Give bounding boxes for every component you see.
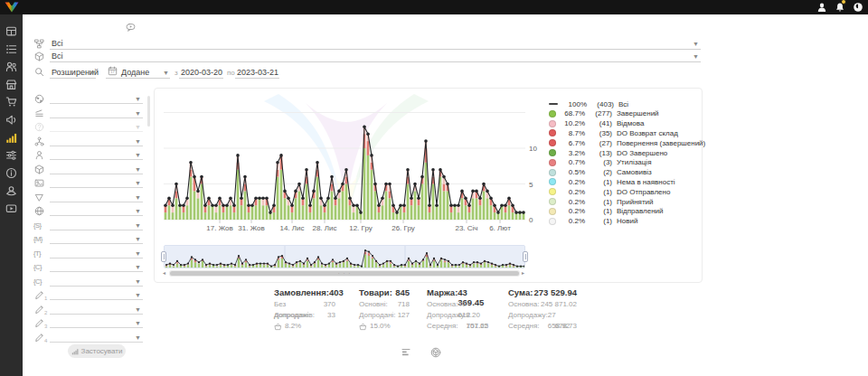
chevron-down-icon[interactable]: ▼ bbox=[90, 70, 96, 77]
legend-item[interactable]: 0.2%(1)DO Отправлено bbox=[549, 187, 670, 196]
filter-layers-select[interactable] bbox=[33, 107, 146, 119]
search-icon[interactable] bbox=[34, 67, 44, 77]
filter-planet-select[interactable] bbox=[33, 92, 146, 105]
filter-image-select[interactable] bbox=[33, 176, 146, 189]
legend-item[interactable]: 10.2%(41)Відмова bbox=[549, 119, 644, 128]
chevron-down-icon[interactable]: ▼ bbox=[163, 70, 169, 77]
sidebar-item-store[interactable] bbox=[5, 79, 17, 90]
filter-globe-select[interactable] bbox=[33, 204, 146, 217]
stat-sub-value: 107.62 bbox=[467, 321, 488, 332]
filter-help-select[interactable] bbox=[33, 120, 146, 133]
scrollbar-thumb[interactable]: · · · bbox=[170, 271, 519, 276]
sidebar-item-orders[interactable] bbox=[5, 43, 17, 55]
chat-bubble-glyph bbox=[126, 23, 136, 33]
legend-percent: 10.2% bbox=[556, 119, 585, 127]
calendar-icon[interactable]: 17 bbox=[108, 66, 118, 76]
stat-sub-label: Допродажу: bbox=[508, 310, 548, 321]
x-tick-label: 14. Лис bbox=[274, 224, 310, 232]
apply-filters-button[interactable]: Застосувати bbox=[68, 344, 126, 358]
calendar-glyph: 17 bbox=[108, 66, 118, 76]
chevron-down-icon[interactable]: ▼ bbox=[693, 41, 699, 48]
filter-funnel-select[interactable] bbox=[33, 191, 146, 203]
legend-item[interactable]: 6.7%(27)Повернення (завершений) bbox=[549, 138, 705, 147]
legend-percent: 6.7% bbox=[556, 139, 585, 147]
topbar-notifications-button[interactable] bbox=[835, 2, 845, 13]
list-view-button[interactable] bbox=[401, 347, 411, 358]
sidebar-item-partners[interactable] bbox=[5, 184, 17, 196]
y-tick-label: 10 bbox=[529, 145, 543, 153]
legend-item[interactable]: 0.2%(1)Прийнятий bbox=[549, 197, 654, 206]
sidebar-item-customers[interactable] bbox=[5, 61, 17, 72]
filter-custom-4-select[interactable] bbox=[33, 331, 146, 343]
filter-var-c2-select[interactable] bbox=[33, 275, 146, 287]
sidebar-item-marketing[interactable] bbox=[5, 114, 17, 126]
legend-label: Завершений bbox=[617, 109, 659, 118]
stat-sub-value: 2 751.25 bbox=[467, 310, 488, 321]
list-view-icon bbox=[401, 347, 411, 358]
legend-item[interactable]: 0.2%(1)Нема в наявності bbox=[549, 177, 675, 186]
filter-custom-1-select[interactable] bbox=[33, 288, 146, 301]
topbar-profile-button[interactable] bbox=[816, 2, 827, 13]
stat-sub-value: 245 871.02 bbox=[541, 299, 577, 310]
sidebar-item-purchases[interactable] bbox=[5, 96, 17, 108]
mini-chart-icon bbox=[71, 348, 79, 355]
navigator-right-handle[interactable] bbox=[523, 251, 528, 262]
cube-view-button[interactable] bbox=[430, 347, 441, 358]
date-from-input[interactable]: 2020-03-20 bbox=[181, 68, 222, 77]
stat-sub-value: 40 618.20 bbox=[458, 299, 488, 310]
legend-item[interactable]: 0.7%(3)Утилізація bbox=[549, 158, 651, 167]
legend-dot-swatch bbox=[549, 129, 556, 136]
legend-item[interactable]: 68.7%(277)Завершений bbox=[549, 109, 659, 118]
product-filter[interactable]: Всі bbox=[52, 52, 63, 61]
package-glyph bbox=[34, 52, 44, 61]
x-tick-label: 12. Гру bbox=[343, 224, 379, 232]
sidebar-item-tutorials[interactable] bbox=[5, 202, 17, 214]
legend-dot-swatch bbox=[549, 120, 556, 127]
chevron-down-icon[interactable]: ▼ bbox=[693, 53, 699, 61]
filter-custom-3-select[interactable] bbox=[33, 316, 146, 329]
orders-chart[interactable] bbox=[164, 95, 525, 227]
scroll-right-icon[interactable]: ▸ bbox=[522, 269, 524, 277]
legend-item[interactable]: 0.2%(1)Відправлений bbox=[549, 207, 664, 216]
filter-var-c1-select[interactable] bbox=[33, 260, 146, 273]
legend-item[interactable]: 0.2%(1)Новий bbox=[549, 217, 637, 226]
sidebar-item-info[interactable] bbox=[5, 167, 17, 179]
filter-network-select[interactable] bbox=[33, 135, 146, 147]
legend-item[interactable]: 8.7%(35)DO Возврат склад bbox=[549, 128, 678, 137]
filter-var-m-select[interactable] bbox=[33, 232, 146, 245]
topbar-account-button[interactable] bbox=[853, 2, 863, 13]
date-to-input[interactable]: 2023-03-21 bbox=[237, 68, 278, 77]
stat-sub-label: Основна: bbox=[427, 299, 458, 310]
legend-count: (2) bbox=[585, 168, 612, 176]
stat-sub-row: Основна:40 618.20 bbox=[427, 299, 488, 310]
filter-cube-select[interactable] bbox=[33, 163, 146, 175]
x-tick-label: 26. Гру bbox=[385, 224, 421, 232]
filter-var-s-select[interactable] bbox=[33, 219, 146, 231]
brand-logo-icon[interactable] bbox=[3, 1, 21, 14]
scroll-left-icon[interactable]: ◂ bbox=[163, 269, 165, 277]
legend-item[interactable]: 100%(403)Всі bbox=[549, 99, 628, 108]
chart-navigator[interactable] bbox=[164, 245, 525, 268]
x-tick-label: 28. Лис bbox=[307, 224, 343, 232]
filter-var-t-select[interactable] bbox=[33, 247, 146, 259]
filter-user-select[interactable] bbox=[33, 148, 146, 161]
sidebar-item-dashboard[interactable] bbox=[5, 25, 17, 37]
legend-line-swatch bbox=[549, 103, 558, 105]
legend-label: Відмова bbox=[617, 119, 644, 127]
category-filter[interactable]: Всі bbox=[52, 39, 63, 48]
date-field-select[interactable]: Додане bbox=[121, 68, 149, 77]
navigator-left-handle[interactable] bbox=[161, 251, 166, 262]
sidebar-item-settings[interactable] bbox=[5, 149, 17, 161]
stat-sub-value: 27 658.92 bbox=[548, 310, 577, 321]
analytics-icon bbox=[5, 132, 17, 144]
x-tick-label: 6. Лют bbox=[482, 224, 518, 232]
stat-rate-value: 8.2% bbox=[285, 321, 301, 332]
customers-icon bbox=[5, 61, 17, 72]
stat-sub-row: Допродані:33 bbox=[274, 310, 335, 321]
legend-item[interactable]: 0.5%(2)Самовивіз bbox=[549, 168, 652, 177]
filter-scrollbar[interactable] bbox=[147, 96, 150, 127]
sidebar-item-analytics[interactable] bbox=[5, 132, 17, 144]
legend-item[interactable]: 3.2%(13)DO Завершено bbox=[549, 148, 667, 157]
filter-custom-2-select[interactable] bbox=[33, 303, 146, 315]
chat-bubble-icon[interactable] bbox=[126, 23, 144, 35]
